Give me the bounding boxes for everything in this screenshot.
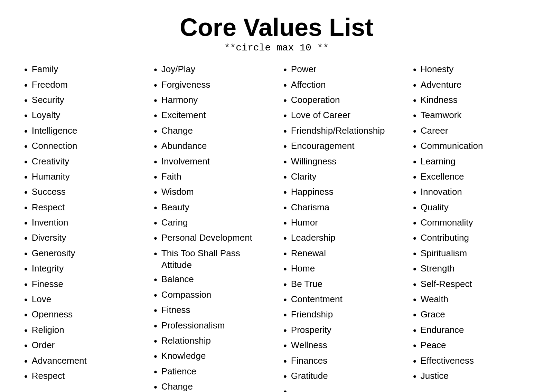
list-item-text: Contributing	[421, 232, 469, 244]
list-item-text: Harmony	[161, 94, 198, 106]
list-item-text: Involvement	[161, 156, 210, 168]
list-item: Prosperity	[283, 324, 399, 337]
list-item: Strength	[413, 263, 529, 275]
list-item-text: Joy/Play	[161, 64, 195, 75]
list-item-text: Personal Development	[161, 232, 252, 244]
list-item: Beauty	[154, 202, 270, 214]
list-item: Patience	[154, 366, 270, 378]
list-item-text: Balance	[161, 274, 194, 285]
list-item: Willingness	[283, 156, 399, 168]
list-item-text: Openness	[32, 309, 73, 321]
list-item-text: Change	[161, 381, 193, 392]
list-item-text: Intelligence	[32, 125, 77, 137]
list-item: Leadership	[283, 232, 399, 245]
list-item: Kindness	[413, 94, 529, 107]
list-item: Generosity	[24, 248, 140, 260]
column-col2: Joy/PlayForgivenessHarmonyExcitementChan…	[150, 64, 273, 392]
list-item-text: Friendship/Relationship	[291, 125, 385, 137]
list-item-text: Relationship	[161, 335, 211, 347]
list-item-text: Adventure	[421, 79, 462, 91]
list-item-text: Endurance	[421, 324, 464, 336]
list-item-text: Honesty	[421, 64, 453, 75]
list-item-text: Humor	[291, 217, 318, 229]
list-item-text: Family	[32, 64, 58, 75]
list-item-text: Friendship	[291, 309, 333, 321]
list-item-text: Finesse	[32, 278, 63, 290]
list-item: Invention	[24, 217, 140, 229]
list-item-text: Patience	[161, 366, 196, 377]
list-item-text: Self-Respect	[421, 278, 472, 290]
list-item: Renewal	[283, 248, 399, 260]
list-item-text: Loyalty	[32, 109, 60, 121]
list-col1: FamilyFreedomSecurityLoyaltyIntelligence…	[24, 64, 140, 383]
list-item-text: Love of Career	[291, 109, 350, 121]
list-item-text: Respect	[32, 370, 65, 382]
list-item: Knowledge	[154, 350, 270, 363]
list-item: Family	[24, 64, 140, 76]
list-item: Friendship/Relationship	[283, 125, 399, 137]
list-item: Be True	[283, 278, 399, 291]
list-item: Faith	[154, 171, 270, 183]
list-item: Wealth	[413, 294, 529, 306]
list-item: Commonality	[413, 217, 529, 229]
list-item: Learning	[413, 156, 529, 168]
list-item: Excitement	[154, 109, 270, 122]
list-item-text: Humanity	[32, 171, 70, 183]
list-item-text: Peace	[421, 340, 446, 351]
list-item-text: Gratitude	[291, 370, 328, 382]
list-item-text: Justice	[421, 370, 449, 382]
list-item-text: Strength	[421, 263, 454, 275]
list-item-text: Innovation	[421, 186, 462, 198]
list-item: Love	[24, 294, 140, 306]
list-item: Forgiveness	[154, 79, 270, 92]
list-item: Joy/Play	[154, 64, 270, 76]
list-item-text: Creativity	[32, 156, 69, 168]
page-header: Core Values List **circle max 10 **	[21, 14, 532, 53]
column-col1: FamilyFreedomSecurityLoyaltyIntelligence…	[21, 64, 143, 392]
list-item: Power	[283, 64, 399, 76]
list-item: Love of Career	[283, 109, 399, 122]
list-item: Self-Respect	[413, 278, 529, 291]
list-item: Diversity	[24, 232, 140, 245]
list-item-text: Integrity	[32, 263, 64, 275]
subtitle: **circle max 10 **	[21, 42, 532, 53]
list-item: Religion	[24, 324, 140, 337]
list-item: Career	[413, 125, 529, 137]
list-item-text: Forgiveness	[161, 79, 210, 91]
list-item: Excellence	[413, 171, 529, 183]
list-item: Personal Development	[154, 232, 270, 245]
list-item: Security	[24, 94, 140, 107]
list-item-text: Encouragement	[291, 140, 355, 152]
list-item: Encouragement	[283, 140, 399, 153]
list-item-text: Career	[421, 125, 448, 137]
column-col3: PowerAffectionCooperationLove of CareerF…	[280, 64, 403, 392]
list-item-text: Professionalism	[161, 320, 225, 332]
list-item-text: Advancement	[32, 355, 87, 367]
list-item-text: Effectiveness	[421, 355, 474, 367]
list-item: Teamwork	[413, 109, 529, 122]
list-item: Relationship	[154, 335, 270, 347]
list-item-text: Beauty	[161, 202, 189, 213]
list-col4: HonestyAdventureKindnessTeamworkCareerCo…	[413, 64, 529, 383]
list-item-text: Security	[32, 94, 64, 106]
list-item-text: Diversity	[32, 232, 66, 244]
list-item-text: Generosity	[32, 248, 75, 259]
list-item: Loyalty	[24, 109, 140, 122]
list-item: Quality	[413, 202, 529, 214]
list-item: Wellness	[283, 340, 399, 352]
columns-container: FamilyFreedomSecurityLoyaltyIntelligence…	[21, 64, 532, 392]
list-item: Spiritualism	[413, 248, 529, 260]
list-item	[283, 385, 399, 392]
list-item: Contributing	[413, 232, 529, 245]
list-item-text: Connection	[32, 140, 77, 152]
list-item: Connection	[24, 140, 140, 153]
list-item-text: Excitement	[161, 109, 206, 121]
list-item-text: Caring	[161, 217, 188, 229]
list-item: Cooperation	[283, 94, 399, 107]
list-item-text: Kindness	[421, 94, 458, 106]
list-item: Charisma	[283, 202, 399, 214]
list-item: Wisdom	[154, 186, 270, 199]
list-item-text: Prosperity	[291, 324, 331, 336]
list-item-text: Happiness	[291, 186, 334, 198]
list-item-text: Home	[291, 263, 315, 275]
